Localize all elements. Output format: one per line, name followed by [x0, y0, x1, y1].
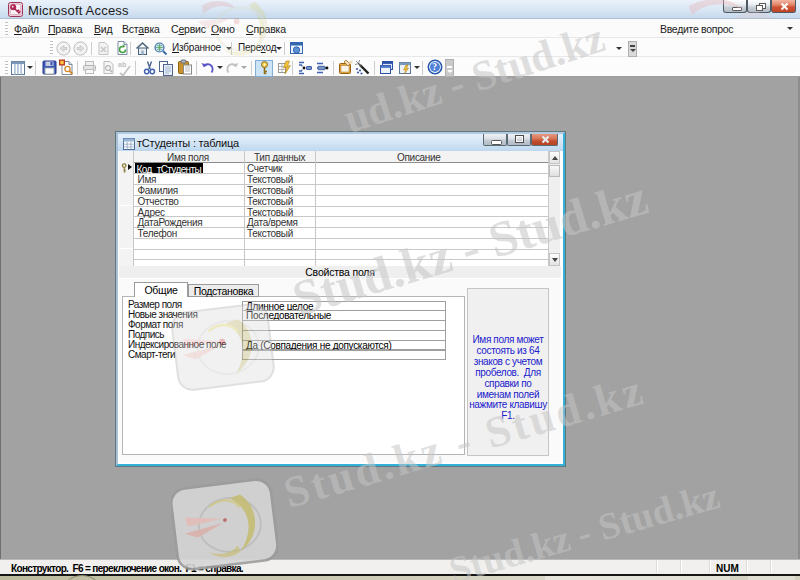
svg-text:?: ? [432, 62, 437, 72]
svg-text:ab: ab [118, 61, 126, 68]
